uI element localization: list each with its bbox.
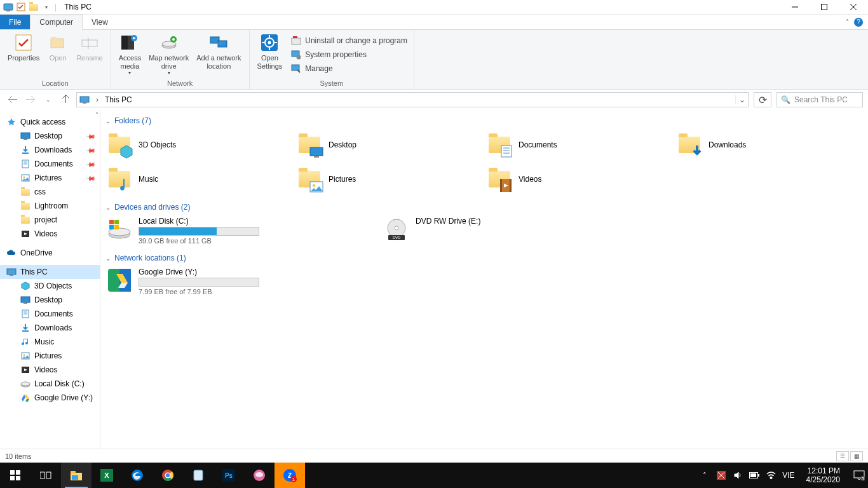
sidebar-item-lightroom[interactable]: Lightroom [0,199,100,213]
tray-clock[interactable]: 12:01 PM 4/25/2020 [801,466,845,485]
tray-security-icon[interactable] [716,470,726,480]
folder-item-downloads[interactable]: Downloads [675,129,860,161]
help-icon[interactable]: ? [854,18,863,27]
refresh-button[interactable]: ⟳ [754,92,771,107]
group-header-netloc[interactable]: ⌄ Network locations (1) [105,251,860,266]
tray-volume-icon[interactable] [733,470,743,480]
taskbar: X Ps Z1 ˄ VIE 12:01 PM 4/25/2020 3 [0,463,868,488]
ribbon-collapse-icon[interactable]: ˄ [846,18,849,25]
tray-notifications-icon[interactable]: 3 [851,470,867,480]
maximize-button[interactable] [810,0,839,15]
taskbar-chrome[interactable] [153,463,183,488]
svg-point-97 [166,473,170,477]
content-pane[interactable]: ⌄ Folders (7) 3D ObjectsDesktopDocuments… [100,110,868,449]
crumb-sep-icon[interactable]: › [93,95,101,104]
sidebar-item-pictures[interactable]: Pictures📌 [0,171,100,185]
folder-item-music[interactable]: Music [105,163,290,195]
map-network-drive-button[interactable]: Map network drive▾ [145,31,193,78]
sidebar-item-downloads[interactable]: Downloads [0,321,100,335]
qat-newfolder-icon[interactable] [28,1,39,13]
drive-item-dvd-rw-drive-e-[interactable]: DVDDVD RW Drive (E:) [383,215,649,246]
open-settings-button[interactable]: Open Settings [254,31,287,78]
breadcrumb[interactable]: This PC [105,95,132,104]
tray-language[interactable]: VIE [782,471,794,480]
star-icon [6,117,17,127]
tab-view[interactable]: View [83,15,117,29]
scroll-up-icon[interactable]: ˄ [95,111,98,118]
drive-icon [107,217,132,242]
sidebar-item-this-pc[interactable]: This PC [0,265,100,279]
taskbar-excel[interactable]: X [92,463,122,488]
sidebar-item-css[interactable]: css [0,185,100,199]
svg-rect-83 [10,476,15,480]
tab-computer[interactable]: Computer [30,15,83,30]
rename-button[interactable]: Rename [72,31,107,78]
group-header-drives[interactable]: ⌄ Devices and drives (2) [105,200,860,215]
ribbon-group-location: Location [0,78,111,89]
sidebar-item-videos[interactable]: Videos [0,227,100,241]
tray-battery-icon[interactable] [749,470,759,480]
drive-item-local-disk-c-[interactable]: Local Disk (C:)39.0 GB free of 111 GB [105,215,372,246]
qat-dropdown-icon[interactable]: ▾ [41,1,52,13]
sidebar-item-music[interactable]: Music [0,335,100,349]
svg-point-18 [172,38,175,41]
tray-overflow-icon[interactable]: ˄ [700,470,710,480]
folder-item-videos[interactable]: Videos [485,163,670,195]
view-large-icons-button[interactable]: ▦ [850,451,863,461]
ribbon-tabs: File Computer View ˄ ? [0,15,868,30]
svg-rect-60 [501,146,512,157]
sidebar-item-desktop[interactable]: Desktop📌 [0,129,100,143]
taskbar-app-notes[interactable] [183,463,214,488]
taskbar-zalo[interactable]: Z1 [275,463,305,488]
taskbar-photoshop[interactable]: Ps [214,463,244,488]
folder-item-3d-objects[interactable]: 3D Objects [105,129,290,161]
up-button[interactable]: 🡡 [58,92,74,107]
svg-rect-33 [292,65,299,71]
sidebar-item-google-drive-y-[interactable]: Google Drive (Y:) [0,391,100,405]
svg-rect-59 [314,156,319,158]
sidebar-item-downloads[interactable]: Downloads📌 [0,143,100,157]
sidebar-item-desktop[interactable]: Desktop [0,293,100,307]
sidebar-item-documents[interactable]: Documents📌 [0,157,100,171]
sidebar-item-onedrive[interactable]: OneDrive [0,246,100,260]
drive-item-google-drive-y-[interactable]: Google Drive (Y:)7.99 EB free of 7.99 EB [105,266,372,297]
tray-wifi-icon[interactable] [766,470,776,480]
folder-item-documents[interactable]: Documents [485,129,670,161]
task-view-button[interactable] [31,463,61,488]
sidebar-item-local-disk-c-[interactable]: Local Disk (C:) [0,377,100,391]
tab-file[interactable]: File [0,15,30,29]
folder-item-desktop[interactable]: Desktop [295,129,480,161]
group-header-folders[interactable]: ⌄ Folders (7) [105,114,860,129]
sidebar-item-documents[interactable]: Documents [0,307,100,321]
system-properties-button[interactable]: System properties [288,48,410,62]
taskbar-edge[interactable] [122,463,153,488]
open-button[interactable]: Open [43,31,72,78]
recent-dropdown[interactable]: ⌄ [41,92,56,107]
view-details-button[interactable]: ☰ [836,451,849,461]
start-button[interactable] [0,463,31,488]
access-media-button[interactable]: Access media▾ [115,31,145,78]
forward-button[interactable]: 🡢 [23,92,38,107]
uninstall-program-button[interactable]: Uninstall or change a program [288,34,410,48]
address-bar[interactable]: › This PC ⌄ [76,92,749,107]
item-icon [20,187,31,197]
search-input[interactable]: 🔍 Search This PC [776,92,863,107]
qat-properties-icon[interactable] [15,1,27,13]
sidebar-item-pictures[interactable]: Pictures [0,349,100,363]
sidebar-item-project[interactable]: project [0,213,100,227]
sidebar-item-quick-access[interactable]: Quick access [0,115,100,129]
address-dropdown-icon[interactable]: ⌄ [735,95,748,104]
taskbar-app-pink[interactable] [244,463,275,488]
sidebar-item-3d-objects[interactable]: 3D Objects [0,279,100,293]
sidebar-item-videos[interactable]: Videos [0,363,100,377]
back-button[interactable]: 🡠 [5,92,20,107]
svg-rect-36 [21,133,30,139]
taskbar-explorer[interactable] [61,463,92,488]
manage-button[interactable]: Manage [288,62,410,76]
properties-button[interactable]: Properties [4,31,43,78]
svg-text:3: 3 [862,477,864,480]
close-button[interactable] [839,0,868,15]
folder-item-pictures[interactable]: Pictures [295,163,480,195]
add-network-location-button[interactable]: Add a network location [193,31,245,78]
minimize-button[interactable] [780,0,810,15]
